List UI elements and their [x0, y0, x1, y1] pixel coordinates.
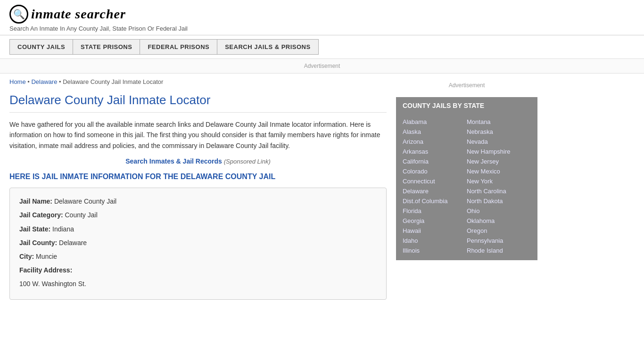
- states-col1: AlabamaAlaskaArizonaArkansasCaliforniaCo…: [403, 117, 467, 255]
- state-link[interactable]: Illinois: [403, 246, 467, 255]
- jail-state-row: Jail State: Indiana: [19, 223, 377, 235]
- sidebar-ad: Advertisement: [396, 78, 537, 92]
- ad-bar: Advertisement: [0, 58, 644, 74]
- city-row: City: Muncie: [19, 251, 377, 263]
- state-link[interactable]: New Hampshire: [467, 147, 531, 156]
- jail-category-label: Jail Category:: [19, 211, 63, 219]
- nav-county-jails[interactable]: COUNTY JAILS: [9, 39, 73, 55]
- nav-state-prisons[interactable]: STATE PRISONS: [73, 39, 140, 55]
- state-link[interactable]: Nevada: [467, 137, 531, 147]
- state-link[interactable]: Florida: [403, 206, 467, 216]
- state-link[interactable]: New Jersey: [467, 156, 531, 166]
- jail-county-label: Jail County:: [19, 239, 57, 247]
- page-title: Delaware County Jail Inmate Locator: [9, 93, 387, 113]
- state-link[interactable]: Connecticut: [403, 176, 467, 186]
- state-link[interactable]: Arizona: [403, 137, 467, 147]
- address-row: Facility Address:: [19, 264, 377, 276]
- breadcrumb: Home • Delaware • Delaware County Jail I…: [9, 78, 387, 85]
- state-link[interactable]: Oklahoma: [467, 216, 531, 226]
- sponsored-link[interactable]: Search Inmates & Jail Records: [125, 157, 222, 165]
- jail-county-row: Jail County: Delaware: [19, 237, 377, 249]
- section-heading: HERE IS JAIL INMATE INFORMATION FOR THE …: [9, 173, 387, 181]
- state-link[interactable]: California: [403, 156, 467, 166]
- address-value: 100 W. Washington St.: [19, 280, 86, 288]
- jail-name-label: Jail Name:: [19, 197, 52, 205]
- body-text: We have gathered for you all the availab…: [9, 119, 387, 151]
- jail-name-row: Jail Name: Delaware County Jail: [19, 196, 377, 207]
- breadcrumb-state[interactable]: Delaware: [31, 78, 57, 85]
- city-label: City:: [19, 253, 34, 260]
- state-link[interactable]: Rhode Island: [467, 246, 531, 255]
- jail-state-label: Jail State:: [19, 225, 50, 233]
- state-link[interactable]: North Carolina: [467, 186, 531, 196]
- state-link[interactable]: New Mexico: [467, 166, 531, 176]
- states-grid: AlabamaAlaskaArizonaArkansasCaliforniaCo…: [396, 114, 537, 260]
- sponsored-section: Search Inmates & Jail Records (Sponsored…: [9, 157, 387, 165]
- state-link[interactable]: Georgia: [403, 216, 467, 226]
- logo-text: inmate searcher: [31, 7, 126, 22]
- state-link[interactable]: Colorado: [403, 166, 467, 176]
- tagline: Search An Inmate In Any County Jail, Sta…: [9, 25, 635, 32]
- jail-name-value-text: Delaware County Jail: [54, 197, 116, 205]
- main-layout: Home • Delaware • Delaware County Jail I…: [0, 74, 644, 304]
- address-value-row: 100 W. Washington St.: [19, 278, 377, 290]
- nav: COUNTY JAILS STATE PRISONS FEDERAL PRISO…: [0, 35, 644, 58]
- state-link[interactable]: Delaware: [403, 186, 467, 196]
- jail-category-row: Jail Category: County Jail: [19, 209, 377, 221]
- logo-icon: 🔍: [9, 5, 28, 24]
- address-label: Facility Address:: [19, 266, 72, 274]
- county-jails-box: COUNTY JAILS BY STATE AlabamaAlaskaArizo…: [396, 97, 537, 260]
- state-link[interactable]: Dist.of Columbia: [403, 196, 467, 206]
- city-value-text: Muncie: [36, 253, 57, 260]
- state-link[interactable]: Arkansas: [403, 147, 467, 156]
- state-link[interactable]: Ohio: [467, 206, 531, 216]
- states-col2: MontanaNebraskaNevadaNew HampshireNew Je…: [467, 117, 531, 255]
- sidebar: Advertisement COUNTY JAILS BY STATE Alab…: [396, 78, 537, 300]
- state-link[interactable]: North Dakota: [467, 196, 531, 206]
- state-link[interactable]: Montana: [467, 117, 531, 127]
- info-box: Jail Name: Delaware County Jail Jail Cat…: [9, 188, 387, 300]
- content: Home • Delaware • Delaware County Jail I…: [9, 78, 387, 300]
- header: 🔍 inmate searcher Search An Inmate In An…: [0, 0, 644, 35]
- state-link[interactable]: Idaho: [403, 236, 467, 246]
- county-jails-title: COUNTY JAILS BY STATE: [396, 97, 537, 114]
- logo-area: 🔍 inmate searcher: [9, 5, 635, 24]
- sponsored-label-text: (Sponsored Link): [224, 158, 271, 165]
- jail-state-value-text: Indiana: [52, 225, 74, 233]
- state-link[interactable]: Oregon: [467, 226, 531, 236]
- state-link[interactable]: Pennsylvania: [467, 236, 531, 246]
- breadcrumb-home[interactable]: Home: [9, 78, 26, 85]
- jail-category-value-text: County Jail: [65, 211, 97, 219]
- nav-federal-prisons[interactable]: FEDERAL PRISONS: [140, 39, 217, 55]
- state-link[interactable]: Nebraska: [467, 127, 531, 137]
- state-link[interactable]: Alabama: [403, 117, 467, 127]
- breadcrumb-current: Delaware County Jail Inmate Locator: [63, 78, 163, 85]
- state-link[interactable]: Alaska: [403, 127, 467, 137]
- state-link[interactable]: Hawaii: [403, 226, 467, 236]
- nav-search-jails-prisons[interactable]: SEARCH JAILS & PRISONS: [217, 39, 318, 55]
- state-link[interactable]: New York: [467, 176, 531, 186]
- jail-county-value-text: Delaware: [59, 239, 87, 247]
